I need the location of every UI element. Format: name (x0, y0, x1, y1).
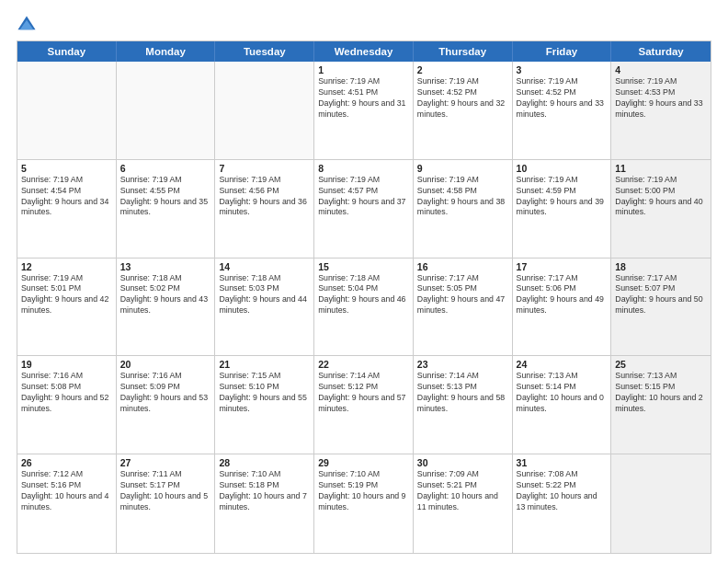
day-number: 23 (417, 359, 508, 370)
cell-details: Sunrise: 7:17 AMSunset: 5:06 PMDaylight:… (517, 273, 608, 317)
header (17, 15, 711, 35)
calendar-cell: 6Sunrise: 7:19 AMSunset: 4:55 PMDaylight… (117, 160, 216, 258)
day-number: 4 (615, 64, 707, 75)
cell-details: Sunrise: 7:18 AMSunset: 5:03 PMDaylight:… (219, 273, 310, 317)
calendar-row: 12Sunrise: 7:19 AMSunset: 5:01 PMDayligh… (17, 259, 711, 357)
calendar-cell: 21Sunrise: 7:15 AMSunset: 5:10 PMDayligh… (215, 356, 314, 454)
calendar-cell: 3Sunrise: 7:19 AMSunset: 4:52 PMDaylight… (513, 62, 612, 159)
calendar-cell: 9Sunrise: 7:19 AMSunset: 4:58 PMDaylight… (414, 160, 513, 258)
calendar-cell: 4Sunrise: 7:19 AMSunset: 4:53 PMDaylight… (611, 62, 711, 159)
calendar-cell: 15Sunrise: 7:18 AMSunset: 5:04 PMDayligh… (314, 259, 414, 356)
cell-details: Sunrise: 7:08 AMSunset: 5:22 PMDaylight:… (517, 469, 608, 513)
day-number: 8 (318, 163, 409, 174)
day-number: 31 (517, 457, 608, 468)
cell-details: Sunrise: 7:18 AMSunset: 5:04 PMDaylight:… (318, 273, 409, 317)
calendar-cell: 1Sunrise: 7:19 AMSunset: 4:51 PMDaylight… (314, 62, 414, 159)
cell-details: Sunrise: 7:10 AMSunset: 5:19 PMDaylight:… (318, 469, 409, 513)
calendar-cell: 11Sunrise: 7:19 AMSunset: 5:00 PMDayligh… (611, 160, 711, 258)
day-number: 2 (417, 64, 508, 75)
calendar-cell: 19Sunrise: 7:16 AMSunset: 5:08 PMDayligh… (17, 356, 117, 454)
calendar-cell (117, 62, 216, 159)
cell-details: Sunrise: 7:19 AMSunset: 5:00 PMDaylight:… (615, 175, 707, 219)
calendar-cell: 25Sunrise: 7:13 AMSunset: 5:15 PMDayligh… (611, 356, 711, 454)
calendar-cell: 26Sunrise: 7:12 AMSunset: 5:16 PMDayligh… (17, 454, 117, 553)
day-number: 25 (615, 359, 707, 370)
day-number: 29 (318, 457, 409, 468)
calendar-cell: 27Sunrise: 7:11 AMSunset: 5:17 PMDayligh… (117, 454, 216, 553)
calendar-cell: 30Sunrise: 7:09 AMSunset: 5:21 PMDayligh… (414, 454, 513, 553)
day-number: 3 (517, 64, 608, 75)
day-number: 16 (417, 261, 508, 272)
day-number: 18 (615, 261, 707, 272)
day-number: 14 (219, 261, 310, 272)
day-number: 28 (219, 457, 310, 468)
cell-details: Sunrise: 7:14 AMSunset: 5:13 PMDaylight:… (417, 371, 508, 415)
calendar-row: 19Sunrise: 7:16 AMSunset: 5:08 PMDayligh… (17, 356, 711, 454)
day-number: 10 (517, 163, 608, 174)
cell-details: Sunrise: 7:19 AMSunset: 4:59 PMDaylight:… (517, 175, 608, 219)
calendar-cell: 10Sunrise: 7:19 AMSunset: 4:59 PMDayligh… (513, 160, 612, 258)
cell-details: Sunrise: 7:17 AMSunset: 5:07 PMDaylight:… (615, 273, 707, 317)
day-number: 1 (318, 64, 409, 75)
calendar-cell: 18Sunrise: 7:17 AMSunset: 5:07 PMDayligh… (611, 259, 711, 356)
day-number: 22 (318, 359, 409, 370)
calendar-cell: 22Sunrise: 7:14 AMSunset: 5:12 PMDayligh… (314, 356, 414, 454)
day-number: 11 (615, 163, 707, 174)
day-number: 20 (120, 359, 211, 370)
day-number: 21 (219, 359, 310, 370)
day-number: 6 (120, 163, 211, 174)
day-number: 17 (517, 261, 608, 272)
cell-details: Sunrise: 7:19 AMSunset: 5:01 PMDaylight:… (21, 273, 112, 317)
calendar-row: 5Sunrise: 7:19 AMSunset: 4:54 PMDaylight… (17, 160, 711, 259)
calendar: SundayMondayTuesdayWednesdayThursdayFrid… (17, 40, 711, 554)
cell-details: Sunrise: 7:19 AMSunset: 4:55 PMDaylight:… (120, 175, 211, 219)
day-number: 26 (21, 457, 112, 468)
header-cell-friday: Friday (513, 41, 612, 62)
cell-details: Sunrise: 7:14 AMSunset: 5:12 PMDaylight:… (318, 371, 409, 415)
day-number: 19 (21, 359, 112, 370)
header-cell-wednesday: Wednesday (314, 41, 414, 62)
cell-details: Sunrise: 7:10 AMSunset: 5:18 PMDaylight:… (219, 469, 310, 513)
calendar-cell: 23Sunrise: 7:14 AMSunset: 5:13 PMDayligh… (414, 356, 513, 454)
cell-details: Sunrise: 7:13 AMSunset: 5:15 PMDaylight:… (615, 371, 707, 415)
header-cell-tuesday: Tuesday (215, 41, 314, 62)
day-number: 24 (517, 359, 608, 370)
calendar-cell (215, 62, 314, 159)
calendar-cell: 17Sunrise: 7:17 AMSunset: 5:06 PMDayligh… (513, 259, 612, 356)
calendar-cell: 14Sunrise: 7:18 AMSunset: 5:03 PMDayligh… (215, 259, 314, 356)
calendar-cell (17, 62, 117, 159)
header-cell-monday: Monday (117, 41, 216, 62)
logo (17, 15, 40, 35)
calendar-cell: 16Sunrise: 7:17 AMSunset: 5:05 PMDayligh… (414, 259, 513, 356)
cell-details: Sunrise: 7:13 AMSunset: 5:14 PMDaylight:… (517, 371, 608, 415)
cell-details: Sunrise: 7:19 AMSunset: 4:57 PMDaylight:… (318, 175, 409, 219)
calendar-cell: 31Sunrise: 7:08 AMSunset: 5:22 PMDayligh… (513, 454, 612, 553)
day-number: 27 (120, 457, 211, 468)
calendar-cell: 13Sunrise: 7:18 AMSunset: 5:02 PMDayligh… (117, 259, 216, 356)
cell-details: Sunrise: 7:19 AMSunset: 4:52 PMDaylight:… (517, 76, 608, 121)
day-number: 30 (417, 457, 508, 468)
cell-details: Sunrise: 7:15 AMSunset: 5:10 PMDaylight:… (219, 371, 310, 415)
header-cell-sunday: Sunday (17, 41, 117, 62)
calendar-body: 1Sunrise: 7:19 AMSunset: 4:51 PMDaylight… (17, 62, 711, 553)
cell-details: Sunrise: 7:19 AMSunset: 4:53 PMDaylight:… (615, 76, 707, 121)
calendar-row: 26Sunrise: 7:12 AMSunset: 5:16 PMDayligh… (17, 454, 711, 553)
header-cell-thursday: Thursday (414, 41, 513, 62)
calendar-cell: 28Sunrise: 7:10 AMSunset: 5:18 PMDayligh… (215, 454, 314, 553)
cell-details: Sunrise: 7:16 AMSunset: 5:09 PMDaylight:… (120, 371, 211, 415)
calendar-row: 1Sunrise: 7:19 AMSunset: 4:51 PMDaylight… (17, 62, 711, 160)
day-number: 15 (318, 261, 409, 272)
day-number: 5 (21, 163, 112, 174)
cell-details: Sunrise: 7:19 AMSunset: 4:58 PMDaylight:… (417, 175, 508, 219)
day-number: 12 (21, 261, 112, 272)
logo-icon (17, 15, 37, 35)
day-number: 9 (417, 163, 508, 174)
cell-details: Sunrise: 7:19 AMSunset: 4:54 PMDaylight:… (21, 175, 112, 219)
cell-details: Sunrise: 7:12 AMSunset: 5:16 PMDaylight:… (21, 469, 112, 513)
calendar-cell: 24Sunrise: 7:13 AMSunset: 5:14 PMDayligh… (513, 356, 612, 454)
cell-details: Sunrise: 7:09 AMSunset: 5:21 PMDaylight:… (417, 469, 508, 513)
cell-details: Sunrise: 7:18 AMSunset: 5:02 PMDaylight:… (120, 273, 211, 317)
day-number: 7 (219, 163, 310, 174)
calendar-cell: 29Sunrise: 7:10 AMSunset: 5:19 PMDayligh… (314, 454, 414, 553)
page: SundayMondayTuesdayWednesdayThursdayFrid… (0, 0, 728, 563)
